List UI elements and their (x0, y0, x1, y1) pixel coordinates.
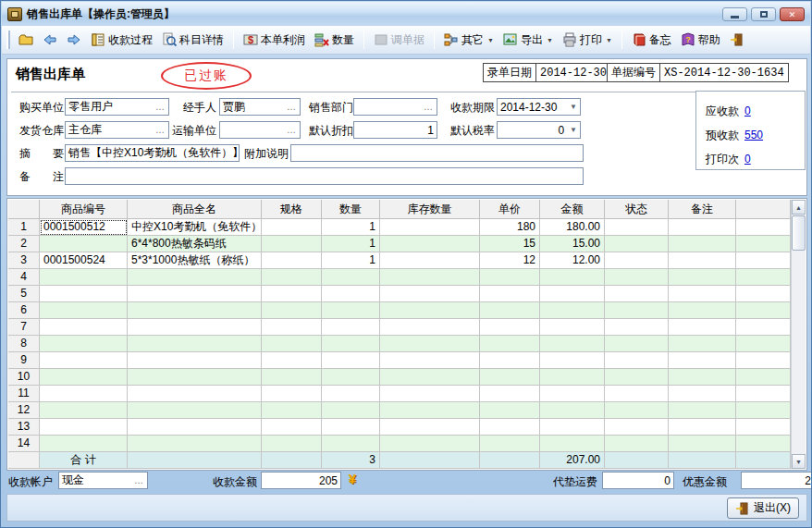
cell-remark[interactable] (669, 352, 736, 369)
cell-amount[interactable] (540, 386, 605, 402)
sales-dept-input[interactable]: … (353, 98, 437, 116)
cell-amount[interactable] (540, 436, 605, 452)
cell-qty[interactable] (322, 302, 380, 319)
cell-stock[interactable] (380, 286, 480, 302)
cell-qty[interactable] (322, 436, 380, 452)
note-input[interactable] (65, 167, 584, 185)
cell-remark[interactable] (669, 219, 736, 236)
cell-spec[interactable] (262, 302, 322, 319)
cell-price[interactable] (480, 302, 540, 319)
cell-remark[interactable] (669, 419, 736, 436)
cell-status[interactable] (605, 436, 669, 452)
scroll-down-button[interactable]: ▼ (792, 454, 806, 469)
cell-qty[interactable] (322, 269, 380, 286)
cell-qty[interactable] (322, 352, 380, 369)
grid-header-price[interactable]: 单价 (480, 200, 540, 219)
cell-name[interactable] (128, 386, 262, 402)
buyer-input[interactable]: 零售用户 … (65, 98, 169, 116)
cell-remark[interactable] (669, 302, 736, 319)
cell-stock[interactable] (380, 219, 480, 236)
cell-spec[interactable] (262, 419, 322, 436)
quantity-button[interactable]: 数量 (312, 31, 357, 50)
cell-name[interactable]: 5*3*1000热敏纸（称纸） (128, 252, 262, 269)
cell-stock[interactable] (380, 252, 480, 269)
grid-header-code[interactable]: 商品编号 (40, 200, 128, 219)
cell-status[interactable] (605, 336, 669, 352)
cell-qty[interactable] (322, 319, 380, 336)
cell-stock[interactable] (380, 236, 480, 252)
doc-no-value[interactable]: XS-2014-12-30-1634 (660, 63, 789, 82)
cell-code[interactable] (40, 269, 128, 286)
ellipsis-button[interactable]: … (287, 102, 297, 112)
cell-status[interactable] (605, 219, 669, 236)
exit-button[interactable]: 退出(X) (727, 497, 799, 519)
grid-header-spec[interactable]: 规格 (262, 200, 322, 219)
cell-stock[interactable] (380, 386, 480, 402)
cell-amount[interactable]: 15.00 (540, 236, 605, 252)
cell-code[interactable] (40, 336, 128, 352)
cell-remark[interactable] (669, 436, 736, 452)
cell-remark[interactable] (669, 252, 736, 269)
cell-name[interactable]: 6*4*800热敏条码纸 (128, 236, 262, 252)
cell-spec[interactable] (262, 402, 322, 419)
warehouse-input[interactable]: 主仓库 … (65, 121, 169, 139)
cell-name[interactable]: 中控X10考勤机（免软件） (128, 219, 262, 236)
cell-name[interactable] (128, 302, 262, 319)
cell-amount[interactable] (540, 419, 605, 436)
grid-header-status[interactable]: 状态 (605, 200, 669, 219)
cell-status[interactable] (605, 252, 669, 269)
cell-remark[interactable] (669, 286, 736, 302)
cell-qty[interactable]: 1 (322, 236, 380, 252)
cell-code[interactable] (40, 369, 128, 386)
cell-qty[interactable] (322, 336, 380, 352)
cell-name[interactable] (128, 336, 262, 352)
cell-status[interactable] (605, 369, 669, 386)
cell-name[interactable] (128, 436, 262, 452)
cell-stock[interactable] (380, 402, 480, 419)
summary-input[interactable]: 销售【中控X10考勤机（免软件）】等给【零 … (65, 144, 240, 162)
cell-stock[interactable] (380, 269, 480, 286)
cell-spec[interactable] (262, 352, 322, 369)
cell-amount[interactable] (540, 269, 605, 286)
discount-amt-input[interactable]: 2 (741, 472, 812, 489)
cell-amount[interactable]: 12.00 (540, 252, 605, 269)
cell-price[interactable] (480, 436, 540, 452)
back-button[interactable] (40, 31, 60, 49)
cell-amount[interactable] (540, 369, 605, 386)
cell-remark[interactable] (669, 336, 736, 352)
cell-qty[interactable] (322, 386, 380, 402)
cell-remark[interactable] (669, 369, 736, 386)
cell-spec[interactable] (262, 252, 322, 269)
cell-price[interactable] (480, 402, 540, 419)
cell-status[interactable] (605, 386, 669, 402)
cell-remark[interactable] (669, 386, 736, 402)
cell-price[interactable] (480, 369, 540, 386)
cell-stock[interactable] (380, 436, 480, 452)
cell-code[interactable]: 0001500524 (40, 252, 128, 269)
cell-stock[interactable] (380, 319, 480, 336)
cell-price[interactable] (480, 336, 540, 352)
prepaid-link[interactable]: 550 (744, 129, 763, 141)
cell-qty[interactable] (322, 419, 380, 436)
cell-code[interactable] (40, 352, 128, 369)
account-input[interactable]: 现金 … (58, 472, 148, 489)
cell-name[interactable] (128, 419, 262, 436)
minimize-button[interactable] (722, 7, 747, 21)
cell-spec[interactable] (262, 436, 322, 452)
cell-remark[interactable] (669, 319, 736, 336)
grid-header-name[interactable]: 商品全名 (128, 200, 262, 219)
maximize-button[interactable] (751, 7, 776, 21)
print-button[interactable]: 打印 ▼ (560, 31, 615, 50)
close-button[interactable]: ✕ (780, 7, 805, 21)
cell-price[interactable] (480, 319, 540, 336)
cell-status[interactable] (605, 319, 669, 336)
cell-amount[interactable]: 180.00 (540, 219, 605, 236)
cell-price[interactable]: 12 (480, 252, 540, 269)
cell-qty[interactable]: 1 (322, 219, 380, 236)
forward-button[interactable] (64, 31, 84, 49)
cell-code[interactable] (40, 319, 128, 336)
cell-price[interactable] (480, 286, 540, 302)
cell-stock[interactable] (380, 419, 480, 436)
cell-status[interactable] (605, 236, 669, 252)
scroll-up-button[interactable]: ▲ (792, 200, 806, 215)
